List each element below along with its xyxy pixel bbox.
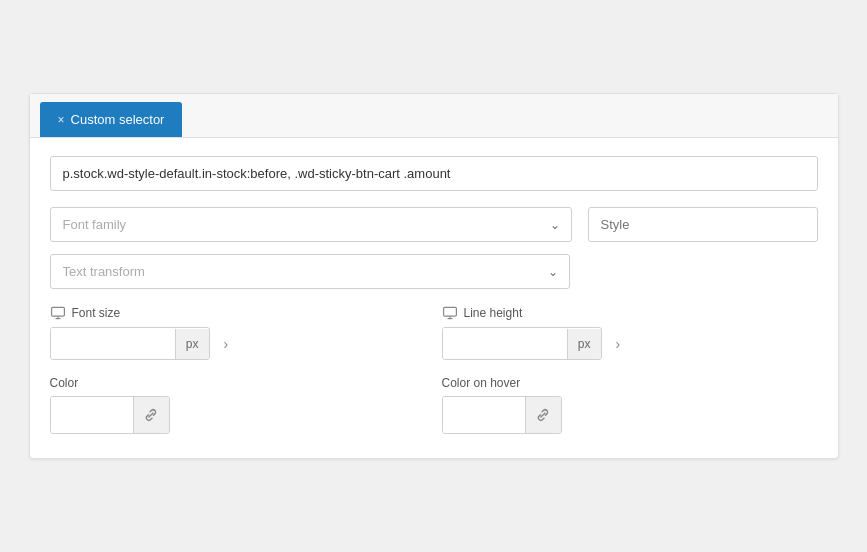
- style-col: [588, 207, 818, 242]
- color-row: Color Color on hover: [50, 376, 818, 434]
- color-swatch[interactable]: [51, 397, 133, 433]
- font-size-input-group: px: [50, 327, 210, 360]
- color-link-button[interactable]: [133, 397, 169, 433]
- svg-rect-3: [443, 307, 456, 316]
- font-size-label: Font size: [72, 306, 121, 320]
- line-height-group: Line height px ›: [442, 305, 818, 360]
- color-link-icon: [144, 408, 158, 422]
- custom-selector-card: × Custom selector Font family ⌄: [29, 93, 839, 459]
- text-transform-row: Text transform ⌄: [50, 254, 570, 289]
- font-size-unit: px: [175, 329, 209, 359]
- text-transform-select[interactable]: Text transform: [50, 254, 570, 289]
- font-size-group: Font size px ›: [50, 305, 426, 360]
- selector-input[interactable]: [50, 156, 818, 191]
- color-hover-swatch[interactable]: [443, 397, 525, 433]
- color-label: Color: [50, 376, 426, 390]
- tab-bar: × Custom selector: [30, 94, 838, 138]
- color-hover-picker-wrapper[interactable]: [442, 396, 562, 434]
- custom-selector-tab[interactable]: × Custom selector: [40, 102, 183, 137]
- line-height-label-row: Line height: [442, 305, 818, 321]
- font-style-row: Font family ⌄: [50, 207, 818, 242]
- color-picker-wrapper[interactable]: [50, 396, 170, 434]
- color-hover-link-icon: [536, 408, 550, 422]
- line-height-unit: px: [567, 329, 601, 359]
- line-height-input-group: px: [442, 327, 602, 360]
- tab-close-icon[interactable]: ×: [58, 113, 65, 127]
- font-size-label-row: Font size: [50, 305, 426, 321]
- color-group: Color: [50, 376, 426, 434]
- metrics-row: Font size px ›: [50, 305, 818, 360]
- font-size-monitor-icon: [50, 305, 66, 321]
- color-hover-link-button[interactable]: [525, 397, 561, 433]
- font-size-input-row: px ›: [50, 327, 426, 360]
- font-family-wrapper: Font family ⌄: [50, 207, 572, 242]
- line-height-label: Line height: [464, 306, 523, 320]
- color-hover-group: Color on hover: [442, 376, 818, 434]
- svg-rect-0: [51, 307, 64, 316]
- card-body: Font family ⌄ Text transform ⌄: [30, 138, 838, 458]
- font-family-col: Font family ⌄: [50, 207, 572, 242]
- font-size-arrow-button[interactable]: ›: [218, 336, 235, 352]
- font-family-select[interactable]: Font family: [50, 207, 572, 242]
- style-input[interactable]: [588, 207, 818, 242]
- line-height-input-row: px ›: [442, 327, 818, 360]
- color-hover-label: Color on hover: [442, 376, 818, 390]
- line-height-arrow-button[interactable]: ›: [610, 336, 627, 352]
- font-size-input[interactable]: [51, 328, 175, 359]
- tab-label: Custom selector: [71, 112, 165, 127]
- line-height-monitor-icon: [442, 305, 458, 321]
- text-transform-wrapper: Text transform ⌄: [50, 254, 570, 289]
- selector-input-row: [50, 156, 818, 191]
- line-height-input[interactable]: [443, 328, 567, 359]
